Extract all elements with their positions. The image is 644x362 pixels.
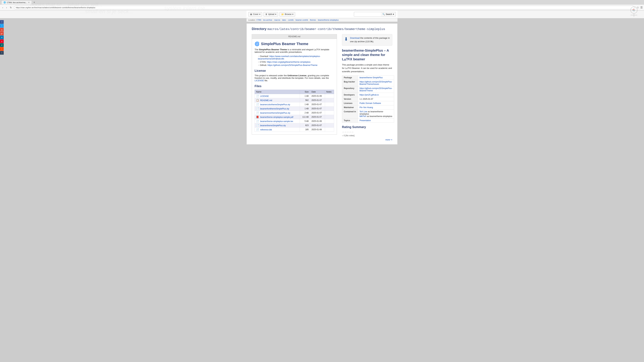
page-wrapper: 🏛 Cover ▾ ⬆ Upload ▾ 📁 Browse ▾ 🔍 Search… [0,10,644,362]
search-container: 🔍 Search ▾ [354,12,396,16]
two-col-layout: README.md 🌀 SimplePlus Beamer Theme The … [252,34,392,141]
ctan-link[interactable]: https://ctan.org/pkg/beamertheme-simplep… [267,61,310,63]
file-link[interactable]: beamercolorthemeSimplePlus.sty [260,103,290,106]
files-heading: Files [254,84,334,88]
download-link[interactable]: Download [350,37,360,39]
info-value-contained: TeX Live as beamertheme-simpleplus MiKTe… [358,110,394,118]
file-icon: 📄 [256,124,259,127]
table-row: 📄 beamerinnerthemeSimplePlus.sty 2 kB 20… [255,111,334,115]
active-tab[interactable]: 🌐 CTAN: /tex-archive/ma... ✕ [1,0,32,4]
linkedin-btn[interactable]: in [0,35,4,39]
browser-chrome: 🌐 CTAN: /tex-archive/ma... ✕ + ‹ › ↻ ☆ ☰ [0,0,644,10]
refresh-btn[interactable]: ↻ [9,6,13,9]
upload-btn[interactable]: ⬆ Upload ▾ [264,12,278,16]
tab-favicon: 🌐 [4,1,6,3]
info-label-version: Version [342,97,358,101]
readme-title: 🌀 SimplePlus Beamer Theme [254,41,334,46]
table-row: 📄 reference.bib 185 2025-01-06 [255,128,334,132]
breadcrumb-macros[interactable]: macros [274,19,280,21]
maintainer-link[interactable]: Pin-Yen Huang [360,106,373,109]
file-link[interactable]: beamertheme-simpleplus-sample.pdf [260,116,293,118]
file-date-cell: 2025-01-07 [310,115,325,119]
files-table-container: Name Size Date Notes 📄 LICENSE 1 kB 2025… [254,90,334,132]
info-row-repository: Repository https://github.com/pm25/Simpl… [342,86,394,93]
file-icon: 📋 [256,99,259,102]
file-date-cell: 2025-01-06 [310,94,325,98]
browse-btn[interactable]: 📁 Browse ▾ [280,12,295,16]
google-btn[interactable]: g [0,28,4,31]
social-sidebar: f t g g+ in p ✗ r t [0,20,4,55]
overleaf-link[interactable]: https://www.overleaf.com/latex/templates… [258,55,320,60]
search-input[interactable] [354,12,381,16]
file-date-cell: 2025-01-07 [310,111,325,115]
tab-close-btn[interactable]: ✕ [28,1,30,4]
circle-icon: ○ [342,134,343,137]
search-label: Search [386,13,392,15]
table-row: 📄 LICENSE 1 kB 2025-01-06 [255,94,334,98]
info-value-package: beamertheme-SimplePlus [358,76,394,80]
reddit-btn[interactable]: r [0,47,4,51]
breadcrumb-themes[interactable]: themes [310,19,316,21]
file-size-cell: 1 kB [300,94,310,98]
license-link[interactable]: LICENSE [254,79,264,82]
xing-btn[interactable]: ✗ [0,43,4,47]
breadcrumb-contrib[interactable]: contrib [288,19,294,21]
miktex-link[interactable]: MiKTeX [360,115,366,117]
info-row-version: Version 1.1 2025-01-07 [342,97,394,101]
menu-icon[interactable]: ☰ [640,6,643,9]
table-row: 📋 README.md 562 2025-01-07 [255,98,334,102]
file-link[interactable]: beamerinnerthemeSimplePlus.sty [260,112,290,114]
readme-intro: The SimplePlus Beamer Theme is a minimal… [254,48,334,53]
file-icon: 📄 [256,111,259,114]
back-btn[interactable]: ‹ [1,6,4,9]
breadcrumb-latex[interactable]: latex [282,19,286,21]
new-tab-btn[interactable]: + [32,1,36,4]
tab-title: CTAN: /tex-archive/ma... [7,1,27,3]
breadcrumb: Location: CTAN › tex-archive › macros › … [246,18,398,22]
package-link[interactable]: beamertheme-SimplePlus [360,76,383,79]
table-row: 📕 beamertheme-simpleplus-sample.pdf 111 … [255,115,334,119]
content-area: Directory macros/latex/contrib/beamer-co… [246,23,398,144]
rating-value: 0 [344,134,345,137]
googleplus-btn[interactable]: g+ [0,32,4,35]
facebook-btn[interactable]: f [0,20,4,24]
cover-btn[interactable]: 🏛 Cover ▾ [248,12,262,16]
twitter-btn[interactable]: t [0,24,4,28]
github-link[interactable]: https://github.com/pm25/SimplePlus-Beame… [268,64,318,66]
forward-btn[interactable]: › [5,6,8,9]
breadcrumb-ctan[interactable]: CTAN [256,19,261,21]
file-notes-cell [325,94,334,98]
breadcrumb-beamer-contrib[interactable]: beamer-contrib [296,19,308,21]
search-btn[interactable]: 🔍 Search ▾ [381,12,396,16]
info-value-licenses: Public Domain Software [358,101,394,105]
repository-link[interactable]: https://github.com/pm25/SimplePlus-Beame… [360,87,392,92]
file-icon: 📄 [256,103,259,106]
licenses-link[interactable]: Public Domain Software [360,102,381,104]
info-row-bugtracker: Bug tracker https://github.com/pm25/Simp… [342,80,394,86]
directory-path: macros/latex/contrib/beamer-contrib/them… [267,27,385,31]
file-link[interactable]: beamerthemeSimplePlus.sty [260,124,286,127]
file-link[interactable]: beamerfontthemeSimplePlus.sty [260,108,289,110]
tumblr-btn[interactable]: t [0,51,4,55]
topics-link[interactable]: Presentation [360,119,371,122]
pinterest-btn[interactable]: p [0,39,4,43]
download-box: ⬇ Download the contents of this package … [342,34,392,45]
file-link[interactable]: beamertheme-simpleplus-sample.tex [260,120,293,122]
file-link[interactable]: reference.bib [260,129,272,131]
file-notes-cell [325,119,334,123]
breadcrumb-beamertheme-simpleplus[interactable]: beamertheme-simpleplus [318,19,339,21]
cover-dropdown-icon: ▾ [259,13,260,15]
developers-link[interactable]: https://pm25.github.io [360,94,379,96]
info-label-repository: Repository [342,86,358,93]
info-row-maintainer: Maintainer Pin-Yen Huang [342,105,394,110]
more-link[interactable]: more ↪ [386,139,392,141]
file-link[interactable]: LICENSE [260,95,269,97]
bugtracker-link[interactable]: https://github.com/pm25/SimplePlus-Beame… [360,81,392,85]
file-link[interactable]: README.md [260,99,272,102]
breadcrumb-tex-archive[interactable]: tex-archive [263,19,272,21]
url-bar[interactable] [14,6,634,9]
texlive-link[interactable]: TeX Live [360,110,367,113]
file-name-cell: 📄 reference.bib [255,128,300,132]
file-date-cell: 2025-01-07 [310,102,325,107]
file-name-cell: 📄 beamerinnerthemeSimplePlus.sty [255,111,300,115]
